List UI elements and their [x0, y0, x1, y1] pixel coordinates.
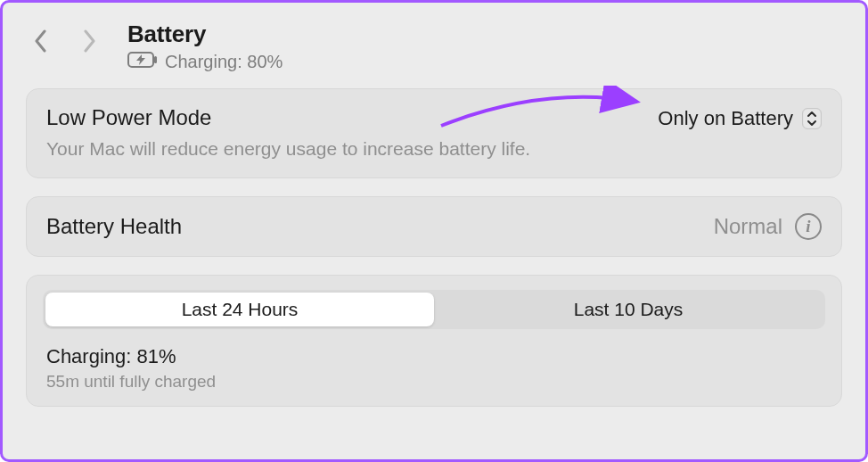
- battery-health-card: Battery Health Normal i: [26, 196, 842, 257]
- low-power-mode-card: Low Power Mode Your Mac will reduce ener…: [26, 88, 842, 178]
- battery-status-text: Charging: 80%: [165, 52, 283, 72]
- low-power-mode-value: Only on Battery: [658, 107, 793, 130]
- battery-health-right: Normal i: [714, 213, 822, 240]
- battery-usage-card: Last 24 Hours Last 10 Days Charging: 81%…: [26, 275, 842, 407]
- nav-arrows: [33, 21, 97, 54]
- title-block: Battery Charging: 80%: [117, 21, 283, 72]
- battery-status-row: Charging: 80%: [127, 52, 283, 72]
- tab-last-24-hours[interactable]: Last 24 Hours: [45, 293, 434, 326]
- low-power-mode-label: Low Power Mode: [46, 105, 530, 130]
- battery-settings-window: Battery Charging: 80% Low Power Mode You…: [0, 0, 868, 462]
- low-power-mode-text: Low Power Mode Your Mac will reduce ener…: [46, 105, 530, 161]
- low-power-mode-description: Your Mac will reduce energy usage to inc…: [46, 136, 530, 161]
- usage-segmented-control: Last 24 Hours Last 10 Days: [43, 290, 825, 329]
- low-power-mode-select[interactable]: Only on Battery: [658, 105, 822, 130]
- updown-chevron-icon: [802, 108, 822, 129]
- info-icon: i: [806, 217, 810, 236]
- back-button[interactable]: [33, 28, 49, 54]
- page-title: Battery: [127, 21, 283, 48]
- battery-charging-icon: [127, 52, 158, 72]
- header: Battery Charging: 80%: [26, 15, 842, 88]
- forward-button[interactable]: [81, 28, 97, 54]
- charging-eta-line: 55m until fully charged: [43, 372, 825, 392]
- tab-last-10-days[interactable]: Last 10 Days: [434, 293, 823, 326]
- battery-health-label: Battery Health: [46, 214, 182, 239]
- charging-percent-line: Charging: 81%: [43, 345, 825, 368]
- svg-rect-1: [154, 56, 157, 63]
- battery-health-status: Normal: [714, 214, 782, 239]
- battery-health-info-button[interactable]: i: [795, 213, 822, 240]
